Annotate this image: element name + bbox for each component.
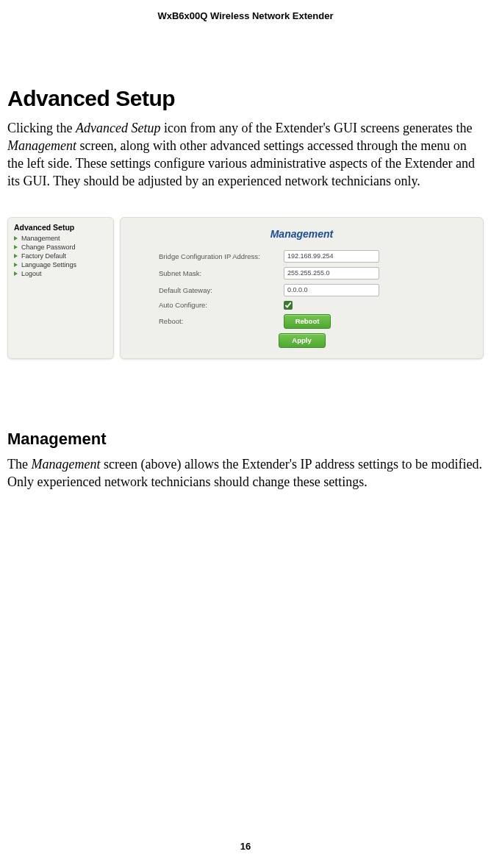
label-bridge-ip: Bridge Configuration IP Address: [159,252,284,260]
label-subnet-mask: Subnet Mask: [159,269,284,277]
checkbox-auto-configure[interactable] [284,301,293,310]
sidebar-item-label: Management [21,235,60,242]
row-default-gateway: Default Gateway: [131,284,473,296]
text-fragment-italic: Management [31,457,100,472]
apply-button[interactable]: Apply [279,333,326,348]
paragraph-management: The Management screen (above) allows the… [7,456,484,491]
input-bridge-ip[interactable] [284,250,379,263]
sidebar-item-label: Logout [21,270,42,277]
row-subnet-mask: Subnet Mask: [131,267,473,280]
chevron-right-icon [14,254,18,258]
label-auto-configure: Auto Configure: [159,301,284,309]
text-fragment-italic: Management [7,138,76,153]
sidebar-item-change-password[interactable]: Change Password [14,243,107,252]
sidebar-item-logout[interactable]: Logout [14,269,107,278]
heading-management: Management [7,430,484,449]
management-panel: Management Bridge Configuration IP Addre… [120,217,484,359]
page-header: WxB6x00Q Wireless Network Extender [0,0,491,21]
reboot-button[interactable]: Reboot [284,314,331,329]
label-reboot: Reboot: [159,317,284,325]
sidebar-panel: Advanced Setup Management Change Passwor… [7,217,114,359]
label-default-gateway: Default Gateway: [159,286,284,294]
sidebar-item-label: Change Password [21,243,76,251]
heading-advanced-setup: Advanced Setup [7,86,484,111]
chevron-right-icon [14,245,18,249]
sidebar-item-management[interactable]: Management [14,234,107,243]
text-fragment: Clicking the [7,121,76,135]
text-fragment: icon from any of the Extender's GUI scre… [160,121,472,135]
chevron-right-icon [14,236,18,241]
sidebar-title: Advanced Setup [14,223,107,232]
input-default-gateway[interactable] [284,284,379,296]
row-reboot: Reboot: Reboot [131,314,473,329]
text-fragment: The [7,457,31,472]
panel-title: Management [131,228,473,240]
management-screenshot: Advanced Setup Management Change Passwor… [7,217,484,359]
text-fragment: screen, along with other advanced settin… [7,138,475,188]
row-apply: Apply [131,333,473,348]
chevron-right-icon [14,271,18,276]
row-auto-configure: Auto Configure: [131,301,473,310]
sidebar-item-factory-default[interactable]: Factory Default [14,252,107,260]
input-subnet-mask[interactable] [284,267,379,280]
row-bridge-ip: Bridge Configuration IP Address: [131,250,473,263]
sidebar-item-language-settings[interactable]: Language Settings [14,260,107,269]
sidebar-item-label: Language Settings [21,261,76,268]
text-fragment-italic: Advanced Setup [76,121,160,135]
sidebar-item-label: Factory Default [21,252,66,260]
page-number: 16 [0,841,491,852]
chevron-right-icon [14,263,18,267]
paragraph-advanced-setup: Clicking the Advanced Setup icon from an… [7,120,484,191]
